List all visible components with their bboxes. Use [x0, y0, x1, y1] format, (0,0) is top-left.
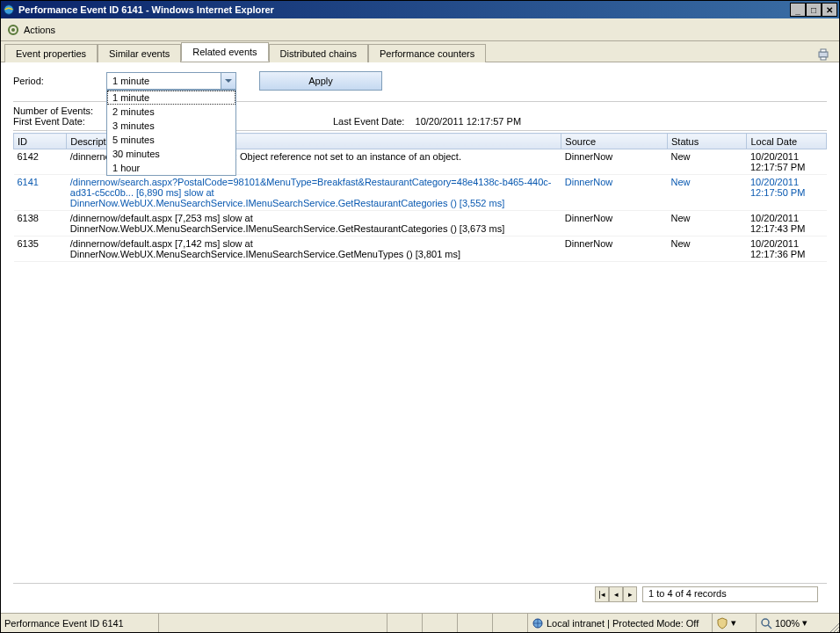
- period-option[interactable]: 30 minutes: [107, 147, 235, 161]
- cell-id: 6141: [14, 175, 67, 211]
- status-page: Performance Event ID 6141: [1, 614, 159, 632]
- period-display[interactable]: 1 minute: [106, 72, 236, 90]
- cell-id: 6135: [14, 236, 67, 262]
- cell-status: New: [667, 236, 746, 262]
- table-row[interactable]: 6135/dinnernow/default.aspx [7,142 ms] s…: [14, 236, 827, 262]
- status-cell: [493, 614, 528, 632]
- tab-related-events[interactable]: Related events: [181, 42, 268, 62]
- cell-date: 10/20/2011 12:17:43 PM: [747, 211, 827, 236]
- status-cell: [423, 614, 458, 632]
- table-row[interactable]: 6138/dinnernow/default.aspx [7,253 ms] s…: [14, 211, 827, 236]
- last-event-label: Last Event Date:: [333, 116, 404, 127]
- tab-similar-events[interactable]: Similar events: [98, 44, 181, 62]
- print-icon[interactable]: [816, 47, 830, 62]
- status-cell: [458, 614, 493, 632]
- status-security[interactable]: ▾: [713, 614, 757, 632]
- svg-rect-3: [819, 52, 828, 57]
- cell-date: 10/20/2011 12:17:57 PM: [747, 149, 827, 175]
- svg-line-8: [768, 625, 771, 629]
- tabs: Event properties Similar events Related …: [1, 41, 839, 62]
- col-header-id[interactable]: ID: [14, 134, 67, 149]
- period-selected-value: 1 minute: [107, 76, 221, 86]
- col-header-local-date[interactable]: Local Date: [747, 134, 827, 149]
- cell-status: New: [667, 175, 746, 211]
- cell-date: 10/20/2011 12:17:36 PM: [747, 236, 827, 262]
- period-label: Period:: [13, 76, 101, 86]
- pager-first-button[interactable]: |◂: [595, 586, 609, 602]
- shield-icon: [716, 617, 728, 629]
- cell-source: DinnerNow: [561, 175, 668, 211]
- period-option[interactable]: 1 minute: [107, 91, 235, 105]
- cell-description: /dinnernow/search.aspx?PostalCode=98101&…: [67, 175, 561, 211]
- status-cell: [387, 614, 423, 632]
- col-header-status[interactable]: Status: [667, 134, 746, 149]
- last-event-date: 10/20/2011 12:17:57 PM: [416, 116, 521, 127]
- num-events-label: Number of Events:: [13, 106, 117, 116]
- col-header-source[interactable]: Source: [561, 134, 668, 149]
- cell-status: New: [667, 149, 746, 175]
- status-zoom-text: 100%: [775, 618, 800, 629]
- chevron-down-icon: [225, 79, 232, 83]
- cell-status: New: [667, 211, 746, 236]
- ie-icon: [3, 4, 15, 16]
- svg-point-2: [11, 28, 15, 32]
- close-button[interactable]: ✕: [822, 3, 837, 17]
- svg-rect-5: [821, 57, 826, 60]
- resize-grip[interactable]: [827, 614, 839, 632]
- window-titlebar: Performance Event ID 6141 - Windows Inte…: [1, 1, 839, 18]
- svg-line-11: [837, 630, 839, 632]
- cell-id: 6142: [14, 149, 67, 175]
- tab-distributed-chains[interactable]: Distributed chains: [269, 44, 368, 62]
- actions-toolbar: Actions: [1, 18, 839, 41]
- minimize-button[interactable]: _: [790, 3, 806, 17]
- first-event-label: First Event Date:: [13, 116, 117, 127]
- table-row[interactable]: 6141/dinnernow/search.aspx?PostalCode=98…: [14, 175, 827, 211]
- period-option[interactable]: 3 minutes: [107, 119, 235, 133]
- period-select[interactable]: 1 minute 1 minute 2 minutes 3 minutes 5 …: [106, 72, 236, 90]
- period-dropdown-list: 1 minute 2 minutes 3 minutes 5 minutes 3…: [106, 90, 236, 176]
- status-zone: Local intranet | Protected Mode: Off: [528, 614, 713, 632]
- pager: |◂ ◂ ▸ 1 to 4 of 4 records: [13, 583, 827, 604]
- status-zoom[interactable]: 100% ▾: [757, 614, 827, 632]
- zoom-icon: [760, 617, 772, 629]
- dropdown-arrow[interactable]: [221, 73, 235, 89]
- pager-records: 1 to 4 of 4 records: [642, 586, 818, 602]
- internet-zone-icon: [532, 617, 544, 629]
- cell-date: 10/20/2011 12:17:50 PM: [747, 175, 827, 211]
- period-option[interactable]: 1 hour: [107, 161, 235, 175]
- svg-point-7: [762, 619, 769, 626]
- statusbar: Performance Event ID 6141 Local intranet…: [1, 613, 839, 632]
- gear-icon: [6, 23, 20, 37]
- status-spacer: [159, 614, 387, 632]
- cell-description: /dinnernow/default.aspx [7,253 ms] slow …: [67, 211, 561, 236]
- filter-row: Period: 1 minute 1 minute 2 minutes 3 mi…: [13, 71, 827, 91]
- events-grid: ID Description Source Status Local Date …: [13, 133, 827, 583]
- cell-id: 6138: [14, 211, 67, 236]
- tab-performance-counters[interactable]: Performance counters: [368, 44, 486, 62]
- period-option[interactable]: 5 minutes: [107, 133, 235, 147]
- status-zone-text: Local intranet | Protected Mode: Off: [547, 618, 699, 629]
- pager-prev-button[interactable]: ◂: [609, 586, 623, 602]
- period-option[interactable]: 2 minutes: [107, 105, 235, 119]
- pager-next-button[interactable]: ▸: [623, 586, 637, 602]
- cell-description: /dinnernow/default.aspx [7,142 ms] slow …: [67, 236, 561, 262]
- cell-source: DinnerNow: [561, 149, 668, 175]
- actions-label[interactable]: Actions: [24, 25, 55, 35]
- related-events-panel: Period: 1 minute 1 minute 2 minutes 3 mi…: [1, 62, 839, 613]
- apply-button[interactable]: Apply: [259, 71, 382, 91]
- svg-rect-4: [821, 49, 826, 52]
- maximize-button[interactable]: □: [806, 3, 822, 17]
- tab-event-properties[interactable]: Event properties: [4, 44, 98, 62]
- window-title: Performance Event ID 6141 - Windows Inte…: [18, 4, 790, 15]
- cell-source: DinnerNow: [561, 211, 668, 236]
- content-area: Event properties Similar events Related …: [1, 41, 839, 613]
- cell-source: DinnerNow: [561, 236, 668, 262]
